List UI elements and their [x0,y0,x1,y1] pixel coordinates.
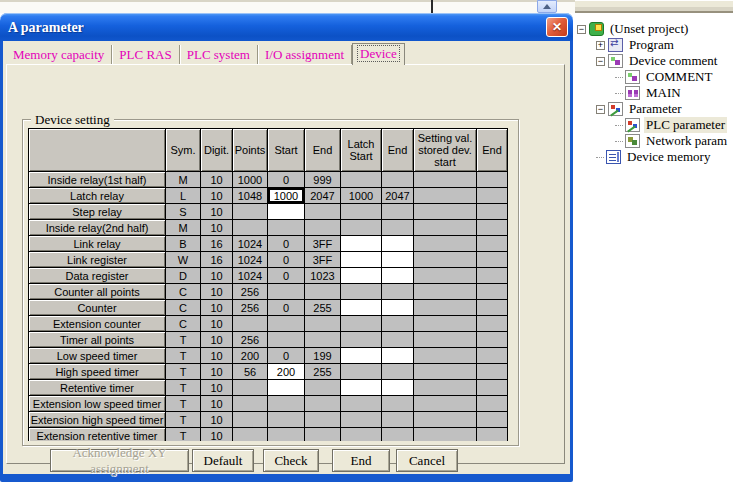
cell-setting_start [414,428,476,441]
tree-item-main[interactable]: MAIN [575,85,733,101]
cell-latch_start[interactable] [341,236,381,251]
cell-points [233,316,267,331]
cell-start [268,332,304,347]
collapse-minus-icon[interactable]: − [596,105,605,114]
chevron-up-icon [543,4,551,9]
background-strip [0,0,575,13]
cell-setting_end [477,428,507,441]
check-button[interactable]: Check [263,449,319,472]
cell-latch_end[interactable] [382,252,413,267]
cell-start[interactable]: 200 [268,364,304,379]
cell-latch_start[interactable] [341,268,381,283]
column-header-label [29,129,165,171]
cell-digit: 16 [201,236,232,251]
end-button[interactable]: End [332,449,390,472]
cell-end: 999 [305,172,340,187]
cell-latch_end[interactable] [382,268,413,283]
cell-latch_start[interactable] [341,252,381,267]
column-header-start: Start [268,129,304,171]
tree-item-network-param[interactable]: Network param [575,133,733,149]
parameter-dialog: A parameter ✕ Memory capacity PLC RAS PL… [0,13,573,482]
tree-connector-line [615,77,623,78]
collapse-minus-icon[interactable]: − [577,25,586,34]
cell-setting_start [414,268,476,283]
row-label: High speed timer [29,364,165,379]
cell-setting_end [477,380,507,395]
tree-item-comment[interactable]: COMMENT [575,69,733,85]
cell-setting_end [477,236,507,251]
cell-latch_start[interactable] [341,348,381,363]
tree-item-program[interactable]: +Program [575,37,733,53]
cell-start: 0 [268,236,304,251]
tree-item-label: COMMENT [644,69,714,85]
cell-latch_end[interactable] [382,300,413,315]
cell-setting_end [477,204,507,219]
scroll-up-button[interactable] [537,0,557,13]
cell-end: 255 [305,364,340,379]
default-button[interactable]: Default [192,449,254,472]
tree-item-device-comment[interactable]: −Device comment [575,53,733,69]
cell-end [305,284,340,299]
tree-item-label: MAIN [644,85,683,101]
cell-digit: 10 [201,204,232,219]
tab-device[interactable]: Device [352,43,405,65]
cell-latch_start [341,364,381,379]
cell-setting_end [477,412,507,427]
cell-end [305,220,340,235]
device-table-wrapper: Sym.Digit.PointsStartEndLatch StartEndSe… [28,128,509,441]
tree-item-unset-project[interactable]: −(Unset project) [575,21,733,37]
tab-plc-system[interactable]: PLC system [180,45,258,65]
expand-plus-icon[interactable]: + [596,41,605,50]
tab-memory-capacity[interactable]: Memory capacity [6,45,112,65]
cell-latch_end[interactable] [382,380,413,395]
cell-start[interactable] [268,380,304,395]
tab-io-assignment[interactable]: I/O assignment [258,45,352,65]
cell-end [305,332,340,347]
cell-end [305,380,340,395]
cell-latch_start [341,204,381,219]
cell-start[interactable] [268,204,304,219]
cell-start[interactable]: 1000 [268,188,304,203]
row-label: Extension counter [29,316,165,331]
tree-item-device-memory[interactable]: Device memory [575,149,733,165]
close-button[interactable]: ✕ [546,17,568,37]
cell-latch_end[interactable] [382,348,413,363]
cell-latch_end [382,428,413,441]
row-label: Inside relay(1st half) [29,172,165,187]
cell-digit: 10 [201,396,232,411]
cell-start [268,284,304,299]
cell-setting_start [414,332,476,347]
cell-setting_end [477,268,507,283]
cell-setting_start [414,396,476,411]
cell-sym: W [166,252,200,267]
cell-latch_start[interactable] [341,380,381,395]
cancel-button[interactable]: Cancel [396,449,458,472]
cell-setting_start [414,252,476,267]
tree-item-plc-parameter[interactable]: PLC parameter [575,117,733,133]
cell-digit: 10 [201,300,232,315]
cell-latch_start[interactable] [341,300,381,315]
tree-item-parameter[interactable]: −Parameter [575,101,733,117]
cell-digit: 16 [201,252,232,267]
cell-latch_end[interactable] [382,236,413,251]
cell-latch_end: 2047 [382,188,413,203]
collapse-minus-icon[interactable]: − [596,57,605,66]
cell-sym: C [166,284,200,299]
cell-start [268,428,304,441]
project-tree: −(Unset project)+Program−Device commentC… [575,13,733,482]
cell-points: 1024 [233,268,267,283]
cell-end [305,396,340,411]
cell-setting_start [414,316,476,331]
cell-points: 256 [233,300,267,315]
cell-sym: T [166,364,200,379]
cell-digit: 10 [201,316,232,331]
cell-points [233,396,267,411]
cell-sym: T [166,412,200,427]
cell-digit: 10 [201,364,232,379]
tree-connector-line [615,141,623,142]
cell-end [305,412,340,427]
tab-plc-ras[interactable]: PLC RAS [112,45,179,65]
cell-sym: L [166,188,200,203]
cell-latch_end [382,204,413,219]
cell-setting_end [477,172,507,187]
